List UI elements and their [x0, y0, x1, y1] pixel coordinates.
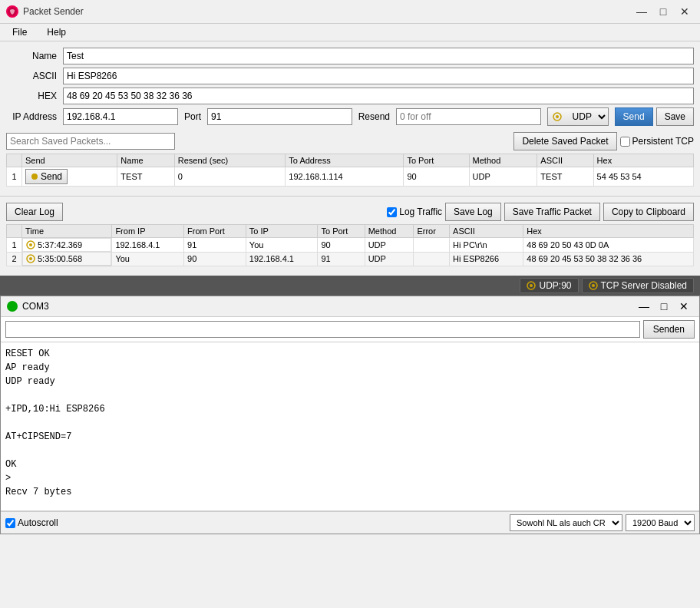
col-address: To Address: [286, 154, 404, 167]
autoscroll-label[interactable]: Autoscroll: [5, 517, 58, 528]
col-ascii: ASCII: [537, 154, 593, 167]
log-col-num: [7, 225, 22, 238]
row-method: UDP: [469, 167, 537, 187]
svg-point-7: [29, 257, 32, 260]
persistent-tcp-checkbox[interactable]: [620, 137, 630, 147]
com-window: COM3 — □ ✕ Senden RESET OK AP ready UDP …: [0, 296, 700, 534]
log-row-num: 1: [7, 238, 22, 253]
log-method: UDP: [365, 238, 414, 253]
log-time: 5:37:42.369: [22, 238, 111, 252]
com-title: COM3: [22, 301, 49, 312]
log-from-port: 91: [184, 238, 246, 253]
com-maximize-button[interactable]: □: [655, 299, 673, 313]
log-row: 2 5:35:00.568 You 90 192.168.4.1 91 UDP …: [7, 252, 694, 266]
send-row: IP Address Port Resend UDP TCP Send Save: [6, 107, 694, 126]
hex-label: HEX: [6, 91, 60, 101]
log-time: 5:35:00.568: [22, 252, 111, 266]
send-button[interactable]: Send: [615, 107, 653, 126]
port-label: Port: [181, 111, 204, 122]
line-ending-select[interactable]: Sowohl NL als auch CR: [510, 514, 622, 531]
packet-form: Name ASCII HEX IP Address Port Resend UD…: [0, 41, 700, 197]
log-traffic-label[interactable]: Log Traffic: [387, 207, 442, 217]
row-address: 192.168.1.114: [286, 167, 404, 187]
log-from-port: 90: [184, 252, 246, 266]
row-resend: 0: [174, 167, 286, 187]
title-bar: Packet Sender — □ ✕: [0, 0, 700, 24]
menu-help[interactable]: Help: [41, 25, 72, 39]
log-col-ascii: ASCII: [450, 225, 523, 238]
svg-point-11: [592, 284, 595, 287]
resend-label: Resend: [355, 111, 393, 122]
log-row-num: 2: [7, 252, 22, 266]
menu-file[interactable]: File: [6, 25, 33, 39]
port-input[interactable]: [207, 108, 352, 125]
persistent-tcp-label[interactable]: Persistent TCP: [620, 136, 694, 147]
log-row: 1 5:37:42.369 192.168.4.1 91 You 90 UDP …: [7, 238, 694, 253]
baud-select[interactable]: 19200 Baud: [626, 514, 695, 531]
com-input-row: Senden: [1, 317, 699, 342]
svg-point-5: [29, 243, 32, 246]
ascii-input[interactable]: [63, 68, 694, 84]
ascii-label: ASCII: [6, 71, 60, 81]
save-log-button[interactable]: Save Log: [445, 203, 501, 221]
tcp-status-text: TCP Server Disabled: [601, 280, 688, 291]
log-to-ip: 192.168.4.1: [246, 252, 318, 266]
maximize-button[interactable]: □: [654, 5, 672, 18]
save-button[interactable]: Save: [656, 107, 694, 126]
com-close-button[interactable]: ✕: [675, 299, 693, 313]
log-col-time: Time: [22, 225, 112, 238]
col-method: Method: [469, 154, 537, 167]
autoscroll-checkbox[interactable]: [5, 518, 15, 528]
com-bottom-bar: Autoscroll Sowohl NL als auch CR 19200 B…: [1, 511, 699, 534]
row-ascii: TEST: [537, 167, 593, 187]
log-col-toport: To Port: [318, 225, 365, 238]
col-send: Send: [22, 154, 117, 167]
log-method: UDP: [365, 252, 414, 266]
com-output[interactable]: RESET OK AP ready UDP ready +IPD,10:Hi E…: [1, 342, 699, 511]
clear-log-button[interactable]: Clear Log: [6, 203, 63, 221]
ip-label: IP Address: [6, 111, 60, 122]
search-input[interactable]: [6, 133, 175, 150]
window-controls: — □ ✕: [632, 5, 694, 18]
name-label: Name: [6, 51, 60, 61]
row-send[interactable]: Send: [22, 167, 117, 187]
log-error: [414, 238, 450, 253]
saved-packets-table: Send Name Resend (sec) To Address To Por…: [6, 154, 694, 187]
senden-button[interactable]: Senden: [643, 320, 695, 339]
row-num: 1: [7, 167, 22, 187]
log-error: [414, 252, 450, 266]
hex-input[interactable]: [63, 88, 694, 104]
col-hex: Hex: [593, 154, 693, 167]
com-title-left: COM3: [7, 301, 49, 312]
row-port: 90: [404, 167, 469, 187]
udp-control[interactable]: UDP TCP: [547, 107, 609, 126]
log-traffic-checkbox[interactable]: [387, 207, 397, 217]
minimize-button[interactable]: —: [632, 5, 651, 18]
com-title-bar: COM3 — □ ✕: [1, 296, 699, 317]
log-col-method: Method: [365, 225, 414, 238]
log-from-ip: You: [112, 252, 184, 266]
save-traffic-packet-button[interactable]: Save Traffic Packet: [504, 203, 600, 221]
tcp-status-badge: TCP Server Disabled: [582, 278, 695, 293]
name-row: Name: [6, 48, 694, 64]
log-col-fromport: From Port: [184, 225, 246, 238]
tcp-icon: [589, 281, 598, 290]
resend-input[interactable]: [396, 108, 541, 125]
ip-input[interactable]: [63, 108, 178, 125]
close-button[interactable]: ✕: [675, 5, 694, 18]
log-from-ip: 192.168.4.1: [112, 238, 184, 253]
com-input[interactable]: [5, 321, 640, 338]
send-icon: Send: [31, 171, 62, 182]
app-icon: [6, 5, 18, 18]
col-num: [7, 154, 22, 167]
com-minimize-button[interactable]: —: [635, 299, 653, 313]
copy-clipboard-button[interactable]: Copy to Clipboard: [603, 203, 694, 221]
svg-point-2: [556, 115, 559, 118]
delete-saved-button[interactable]: Delete Saved Packet: [513, 132, 616, 150]
com-icon: [7, 301, 18, 312]
protocol-select[interactable]: UDP TCP: [566, 108, 608, 125]
send-row-button[interactable]: Send: [25, 169, 68, 184]
name-input[interactable]: [63, 48, 694, 64]
menu-bar: File Help: [0, 24, 700, 41]
log-col-hex: Hex: [523, 225, 694, 238]
